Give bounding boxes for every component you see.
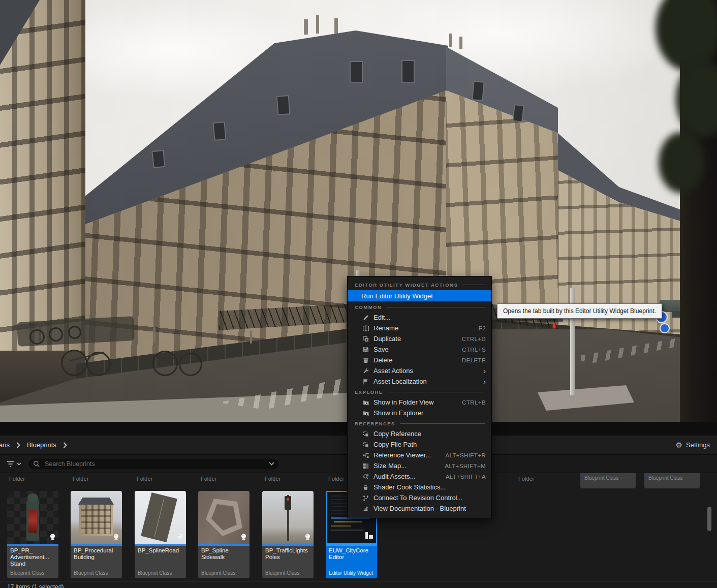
asset-tile-bp-splineroad[interactable]: BP_SplineRoad Blueprint Class bbox=[135, 491, 186, 578]
menu-item-connect-to-revision-control[interactable]: Connect To Revision Control... bbox=[348, 492, 491, 503]
scene-dormer-window bbox=[401, 60, 415, 83]
menu-item-view-documentation[interactable]: View Documentation - Blueprint bbox=[348, 503, 491, 514]
orb-icon bbox=[176, 533, 184, 543]
scene-chimney bbox=[304, 19, 308, 35]
scene-dormer-window bbox=[276, 95, 291, 115]
folder-tile-label[interactable]: Folder bbox=[9, 476, 25, 482]
menu-item-reference-viewer[interactable]: Reference Viewer... ALT+SHIFT+R bbox=[348, 450, 491, 460]
search-chevron-down-icon[interactable] bbox=[269, 462, 274, 466]
asset-tile-bp-spline-sidewalk[interactable]: BP_Spline Sidewalk Blueprint Class bbox=[198, 491, 250, 578]
menu-item-show-in-explorer[interactable]: Show in Explorer bbox=[348, 408, 491, 418]
submenu-arrow-icon: › bbox=[483, 367, 486, 375]
orb-icon bbox=[240, 533, 247, 543]
menu-section-heading: EDITOR UTILITY WIDGET ACTIONS bbox=[348, 280, 491, 290]
flag-icon bbox=[362, 378, 370, 386]
copy-path-icon bbox=[362, 441, 370, 449]
scene-dormer-window bbox=[512, 104, 524, 122]
scene-dormer-window bbox=[350, 61, 363, 83]
menu-item-copy-file-path[interactable]: Copy File Path bbox=[348, 439, 491, 450]
shader-cook-icon bbox=[362, 483, 370, 491]
menu-item-show-in-folder-view[interactable]: Show in Folder View CTRL+B bbox=[348, 397, 491, 408]
orb-icon bbox=[112, 533, 120, 543]
folder-tile-label[interactable]: Folder bbox=[73, 476, 88, 482]
rename-icon bbox=[362, 324, 370, 332]
menu-item-shader-cook-statistics[interactable]: Shader Cook Statistics... bbox=[348, 482, 491, 492]
scene-chimney bbox=[449, 34, 452, 47]
editor-utility-widget-icon bbox=[365, 532, 373, 541]
folder-search-icon bbox=[362, 409, 370, 417]
asset-thumbnail bbox=[135, 491, 186, 544]
scene-dormer-window bbox=[151, 150, 165, 168]
filter-icon bbox=[6, 460, 15, 468]
folder-tile-label[interactable]: Folder bbox=[201, 476, 216, 482]
scene-bollard bbox=[250, 330, 252, 344]
menu-item-size-map[interactable]: Size Map... ALT+SHIFT+M bbox=[348, 460, 491, 471]
menu-section-heading: REFERENCES bbox=[348, 418, 491, 428]
folder-tile-label[interactable]: Folder bbox=[137, 476, 152, 482]
menu-item-delete[interactable]: Delete DELETE bbox=[348, 355, 491, 365]
asset-tile-bp-procedural-building[interactable]: BP_Procedural Building Blueprint Class bbox=[71, 491, 122, 578]
asset-tile-bp-pr-advertisment-stand[interactable]: BP_PR_ Advertisment... Stand Blueprint C… bbox=[7, 491, 58, 578]
breadcrumb-item-paris[interactable]: aris bbox=[0, 441, 10, 449]
scene-dormer-window bbox=[472, 81, 484, 101]
audit-assets-icon bbox=[362, 473, 370, 481]
asset-tile-bp-trafficlights-poles[interactable]: BP_TrafficLights Poles Blueprint Class bbox=[262, 491, 314, 578]
folder-tile-label[interactable]: Folder bbox=[518, 476, 534, 482]
scene-bike-wheel bbox=[49, 327, 63, 342]
vertical-scrollbar[interactable] bbox=[707, 507, 711, 531]
gear-icon: ⚙ bbox=[676, 441, 682, 449]
menu-item-asset-localization[interactable]: Asset Localization › bbox=[348, 376, 491, 387]
search-icon bbox=[33, 460, 40, 468]
folder-tile-label[interactable]: Folder bbox=[328, 476, 344, 482]
breadcrumb-item-blueprints[interactable]: Blueprints bbox=[27, 441, 56, 449]
documentation-icon bbox=[362, 505, 370, 513]
menu-item-rename[interactable]: Rename F2 bbox=[348, 323, 491, 333]
partial-asset-tile[interactable]: Blueprint Class bbox=[580, 473, 636, 488]
menu-item-run-editor-utility-widget[interactable]: Run Editor Utility Widget bbox=[348, 290, 491, 301]
submenu-arrow-icon: › bbox=[483, 378, 486, 385]
delete-icon bbox=[362, 356, 370, 364]
scene-foliage bbox=[659, 132, 704, 193]
chevron-right-icon[interactable] bbox=[63, 442, 67, 448]
scene-left-building bbox=[0, 0, 85, 407]
status-text: 17 items (1 selected) bbox=[7, 583, 64, 588]
scene-bollard bbox=[153, 327, 155, 344]
scene-bike-wheel bbox=[29, 329, 45, 345]
asset-thumbnail bbox=[7, 491, 58, 544]
wrench-icon bbox=[362, 367, 370, 375]
settings-button[interactable]: ⚙ Settings bbox=[676, 441, 717, 449]
settings-label: Settings bbox=[686, 441, 710, 449]
scene-bike-wheel bbox=[152, 351, 178, 376]
tooltip-text: Opens the tab built by this Editor Utili… bbox=[503, 307, 656, 315]
menu-item-audit-assets[interactable]: Audit Assets... ALT+SHIFT+A bbox=[348, 471, 491, 482]
asset-thumbnail bbox=[262, 491, 314, 544]
tooltip: Opens the tab built by this Editor Utili… bbox=[497, 303, 662, 319]
menu-item-edit[interactable]: Edit... bbox=[348, 312, 491, 323]
chevron-down-icon bbox=[17, 462, 21, 466]
edit-icon bbox=[362, 314, 370, 322]
revision-control-icon bbox=[362, 494, 370, 502]
partial-asset-tile[interactable]: Blueprint Class bbox=[644, 473, 700, 488]
scene-bike-wheel bbox=[68, 326, 81, 339]
menu-item-copy-reference[interactable]: Copy Reference bbox=[348, 428, 491, 439]
chevron-right-icon[interactable] bbox=[16, 442, 20, 448]
asset-thumbnail bbox=[198, 491, 250, 544]
scene-chimney bbox=[334, 18, 338, 34]
status-bar: 17 items (1 selected) bbox=[0, 581, 717, 588]
menu-section-heading: EXPLORE bbox=[348, 387, 491, 397]
menu-item-save[interactable]: Save CTRL+S bbox=[348, 344, 491, 355]
folder-find-icon bbox=[362, 398, 370, 407]
orb-icon bbox=[304, 533, 311, 543]
size-map-icon bbox=[362, 462, 370, 470]
folder-tile-label[interactable]: Folder bbox=[265, 476, 280, 482]
scene-dormer-window bbox=[212, 121, 226, 141]
scene-chimney bbox=[316, 15, 319, 34]
search-input[interactable] bbox=[44, 460, 265, 468]
scene-street-sign bbox=[660, 323, 670, 333]
scene-red-signal bbox=[553, 323, 555, 328]
menu-item-duplicate[interactable]: Duplicate CTRL+D bbox=[348, 333, 491, 344]
unreal-editor-window: CROISSANT a bbox=[0, 0, 717, 588]
asset-context-menu: EDITOR UTILITY WIDGET ACTIONS Run Editor… bbox=[347, 276, 492, 518]
menu-item-asset-actions[interactable]: Asset Actions › bbox=[348, 365, 491, 376]
filter-button[interactable] bbox=[6, 460, 21, 468]
